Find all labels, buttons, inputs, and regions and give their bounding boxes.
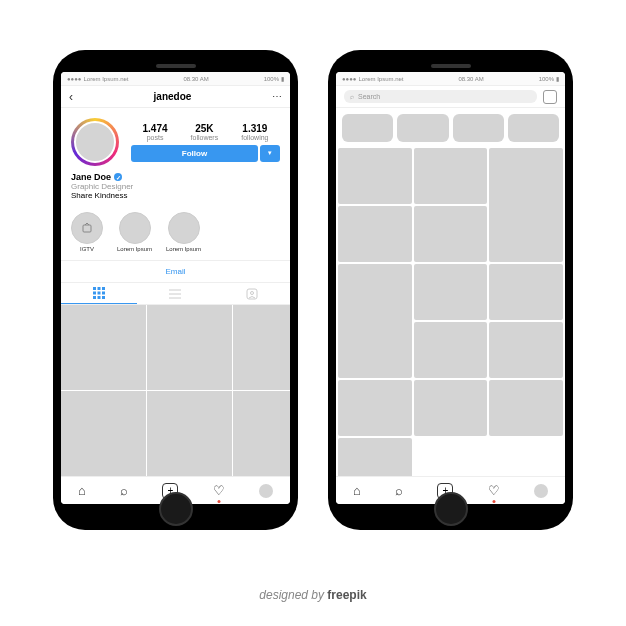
stat-following[interactable]: 1.319following xyxy=(241,123,268,141)
home-button[interactable] xyxy=(159,492,193,526)
svg-point-14 xyxy=(250,291,253,294)
explore-thumbnail[interactable] xyxy=(414,322,488,378)
category-tab[interactable] xyxy=(453,114,504,142)
explore-thumbnail[interactable] xyxy=(489,322,563,378)
username-title: janedoe xyxy=(154,91,192,102)
explore-thumbnail[interactable] xyxy=(338,438,412,476)
bio-subtitle: Graphic Designer xyxy=(71,182,280,191)
back-icon[interactable]: ‹ xyxy=(69,90,73,104)
svg-rect-6 xyxy=(102,292,105,295)
follow-button[interactable]: Follow xyxy=(131,145,258,162)
post-thumbnail[interactable] xyxy=(147,391,232,476)
nav-search-icon[interactable]: ⌕ xyxy=(120,483,128,498)
nav-profile-icon[interactable] xyxy=(534,484,548,498)
search-input[interactable]: ⌕Search xyxy=(344,90,537,103)
post-thumbnail[interactable] xyxy=(61,305,146,390)
highlight-item[interactable]: Lorem Ipsum xyxy=(117,212,152,252)
scan-icon[interactable] xyxy=(543,90,557,104)
post-thumbnail[interactable] xyxy=(61,391,146,476)
explore-thumbnail[interactable] xyxy=(489,264,563,320)
post-thumbnail[interactable] xyxy=(233,305,290,390)
avatar xyxy=(74,121,116,163)
svg-rect-0 xyxy=(83,225,91,232)
status-bar: ●●●●Lorem Ipsum.net 08.30 AM 100%▮ xyxy=(336,72,565,86)
category-tab[interactable] xyxy=(508,114,559,142)
post-thumbnail[interactable] xyxy=(147,305,232,390)
svg-rect-3 xyxy=(102,287,105,290)
explore-thumbnail[interactable] xyxy=(489,380,563,436)
phone-explore: ●●●●Lorem Ipsum.net 08.30 AM 100%▮ ⌕Sear… xyxy=(328,50,573,530)
follow-dropdown[interactable]: ▾ xyxy=(260,145,280,162)
tab-grid[interactable] xyxy=(61,283,137,304)
email-button[interactable]: Email xyxy=(61,260,290,283)
display-name: Jane Doe✓ xyxy=(71,172,280,182)
status-bar: ●●●●Lorem Ipsum.net 08.30 AM 100%▮ xyxy=(61,72,290,86)
profile-header: ‹ janedoe ⋯ xyxy=(61,86,290,108)
highlight-item[interactable]: Lorem Ipsum xyxy=(166,212,201,252)
svg-rect-1 xyxy=(93,287,96,290)
explore-thumbnail[interactable] xyxy=(414,380,488,436)
search-icon: ⌕ xyxy=(350,93,354,100)
nav-profile-icon[interactable] xyxy=(259,484,273,498)
attribution: designed by freepik xyxy=(0,588,626,602)
svg-rect-7 xyxy=(93,296,96,299)
svg-rect-2 xyxy=(98,287,101,290)
posts-grid xyxy=(61,305,290,476)
svg-rect-9 xyxy=(102,296,105,299)
svg-rect-4 xyxy=(93,292,96,295)
nav-home-icon[interactable]: ⌂ xyxy=(78,483,86,498)
tab-tagged[interactable] xyxy=(214,283,290,304)
category-tab[interactable] xyxy=(397,114,448,142)
nav-activity-icon[interactable]: ♡ xyxy=(488,483,500,498)
explore-thumbnail[interactable] xyxy=(338,380,412,436)
nav-activity-icon[interactable]: ♡ xyxy=(213,483,225,498)
explore-category-tabs xyxy=(336,108,565,148)
explore-thumbnail[interactable] xyxy=(338,264,412,378)
avatar-story-ring[interactable] xyxy=(71,118,119,166)
explore-grid xyxy=(336,148,565,476)
explore-thumbnail[interactable] xyxy=(338,206,412,262)
stat-posts[interactable]: 1.474posts xyxy=(143,123,168,141)
category-tab[interactable] xyxy=(342,114,393,142)
stat-followers[interactable]: 25Kfollowers xyxy=(191,123,219,141)
explore-thumbnail[interactable] xyxy=(414,148,488,204)
more-icon[interactable]: ⋯ xyxy=(272,91,282,102)
post-thumbnail[interactable] xyxy=(233,391,290,476)
explore-thumbnail[interactable] xyxy=(414,206,488,262)
svg-rect-8 xyxy=(98,296,101,299)
verified-badge-icon: ✓ xyxy=(114,173,122,181)
explore-thumbnail[interactable] xyxy=(414,264,488,320)
explore-thumbnail[interactable] xyxy=(338,148,412,204)
bio-tagline: Share Kindness xyxy=(71,191,280,200)
svg-rect-5 xyxy=(98,292,101,295)
home-button[interactable] xyxy=(434,492,468,526)
nav-search-icon[interactable]: ⌕ xyxy=(395,483,403,498)
tab-list[interactable] xyxy=(137,283,213,304)
phone-profile: ●●●●Lorem Ipsum.net 08.30 AM 100%▮ ‹ jan… xyxy=(53,50,298,530)
explore-thumbnail[interactable] xyxy=(489,148,563,262)
highlight-igtv[interactable]: IGTV xyxy=(71,212,103,252)
nav-home-icon[interactable]: ⌂ xyxy=(353,483,361,498)
